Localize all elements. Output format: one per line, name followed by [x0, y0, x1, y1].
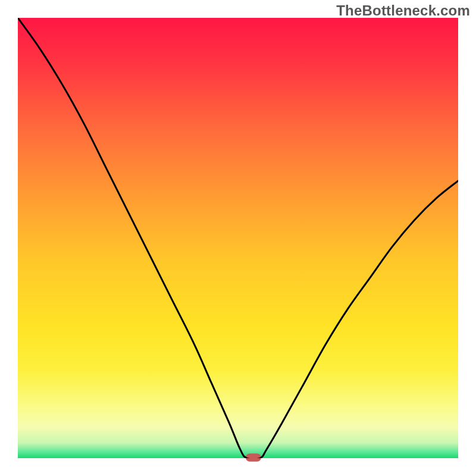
bottleneck-marker — [246, 453, 261, 461]
chart-svg — [0, 0, 476, 476]
watermark-text: TheBottleneck.com — [336, 2, 470, 19]
bottleneck-chart: TheBottleneck.com — [0, 0, 476, 476]
chart-background — [18, 18, 458, 458]
